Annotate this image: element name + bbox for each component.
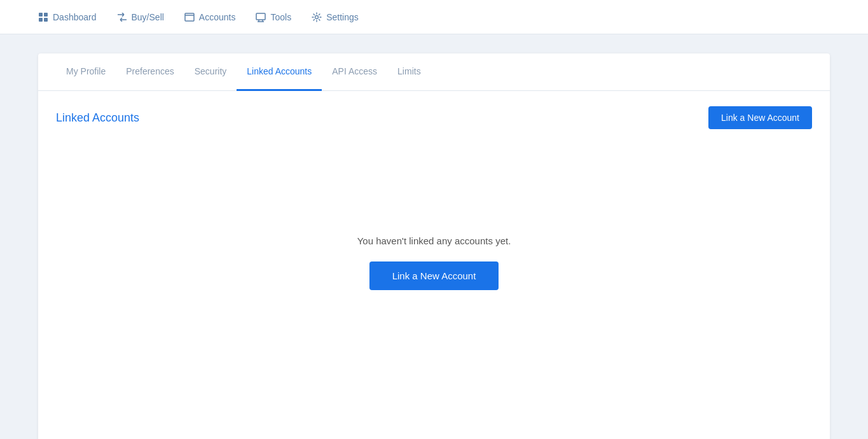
tab-security[interactable]: Security: [184, 53, 237, 91]
nav-label-buysell: Buy/Sell: [132, 12, 164, 22]
nav-item-dashboard[interactable]: Dashboard: [38, 12, 97, 22]
nav-item-tools[interactable]: Tools: [256, 12, 291, 22]
svg-rect-0: [185, 13, 194, 21]
tab-linked-accounts[interactable]: Linked Accounts: [237, 53, 322, 91]
buysell-icon: [117, 12, 127, 22]
empty-state: You haven't linked any accounts yet. Lin…: [38, 91, 830, 439]
link-new-account-button-center[interactable]: Link a New Account: [369, 261, 499, 290]
empty-state-text: You haven't linked any accounts yet.: [357, 235, 511, 246]
nav-item-accounts[interactable]: Accounts: [184, 12, 236, 22]
nav-label-tools: Tools: [270, 12, 291, 22]
main-wrapper: My Profile Preferences Security Linked A…: [0, 34, 868, 439]
nav-label-accounts: Accounts: [199, 12, 236, 22]
tab-my-profile[interactable]: My Profile: [56, 53, 116, 91]
top-nav: Dashboard Buy/Sell Accounts: [0, 0, 868, 34]
tab-limits[interactable]: Limits: [387, 53, 431, 91]
tab-preferences[interactable]: Preferences: [116, 53, 184, 91]
tab-bar: My Profile Preferences Security Linked A…: [38, 53, 830, 91]
svg-point-6: [315, 15, 319, 18]
card-body: Linked Accounts Link a New Account You h…: [38, 91, 830, 439]
tab-api-access[interactable]: API Access: [322, 53, 387, 91]
nav-item-buysell[interactable]: Buy/Sell: [117, 12, 164, 22]
settings-icon: [312, 12, 322, 22]
nav-label-dashboard: Dashboard: [53, 12, 97, 22]
dashboard-icon: [38, 12, 48, 22]
tools-icon: [256, 12, 266, 22]
nav-label-settings: Settings: [326, 12, 359, 22]
accounts-icon: [184, 12, 195, 22]
main-card: My Profile Preferences Security Linked A…: [38, 53, 830, 439]
nav-item-settings[interactable]: Settings: [312, 12, 359, 22]
svg-rect-2: [256, 13, 265, 20]
